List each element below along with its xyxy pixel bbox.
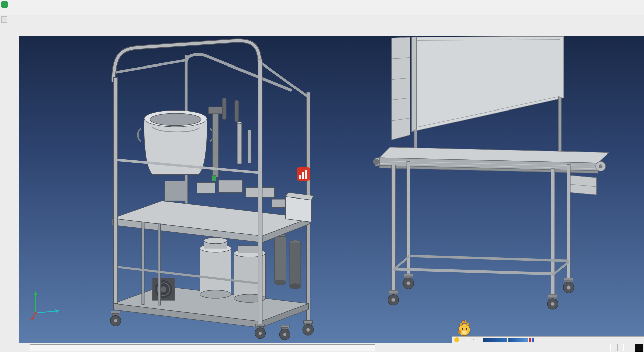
layer-color-bar[interactable] xyxy=(529,338,534,342)
layer-color-bar[interactable] xyxy=(508,338,528,342)
assembly-machine-model[interactable] xyxy=(110,41,314,340)
caster-wheel xyxy=(547,295,558,309)
ribbon-group-graphics xyxy=(9,23,16,36)
active-layer-label[interactable] xyxy=(474,339,480,340)
ribbon-group-image xyxy=(16,23,23,36)
workbench-model[interactable] xyxy=(373,36,609,309)
ribbon-tabbar xyxy=(0,15,644,23)
abs-mode-badge xyxy=(454,337,459,342)
statusbar xyxy=(0,343,644,352)
absolute-view-label[interactable] xyxy=(467,339,474,340)
layer-color-bar[interactable] xyxy=(483,338,507,342)
ribbon-group-view xyxy=(23,23,30,36)
close-button[interactable] xyxy=(629,0,644,9)
color-swatch-black[interactable] xyxy=(635,344,643,352)
scene-canvas xyxy=(19,36,644,343)
layer-color-bars xyxy=(483,338,534,342)
ribbon-toolbar xyxy=(0,23,644,36)
caster-wheel xyxy=(110,311,121,326)
caster-wheel xyxy=(255,324,265,339)
maximize-button[interactable] xyxy=(614,0,629,9)
main-area xyxy=(0,36,644,343)
scale-readout xyxy=(611,344,617,351)
visi-logo-icon xyxy=(1,1,8,8)
minimize-button[interactable] xyxy=(599,0,614,9)
coordinate-readout xyxy=(624,344,634,351)
ribbon-group-workplane xyxy=(30,23,37,36)
caster-wheel xyxy=(563,278,574,293)
watermark-bars-icon xyxy=(297,167,310,181)
caster-wheel xyxy=(303,321,313,335)
caster-wheel xyxy=(403,274,414,289)
ribbon-group-attributes xyxy=(2,23,9,36)
window-controls xyxy=(599,0,644,9)
tabbar-dropdown-icon[interactable] xyxy=(1,16,7,23)
axis-triad xyxy=(25,286,69,323)
layerbar xyxy=(452,336,644,343)
command-field[interactable] xyxy=(30,344,375,351)
viewport-3d[interactable] xyxy=(19,36,644,343)
caster-wheel xyxy=(388,291,399,305)
menubar xyxy=(0,9,644,15)
view-mode-label[interactable] xyxy=(461,339,467,340)
titlebar xyxy=(0,0,644,9)
caster-wheel xyxy=(279,325,290,340)
left-toolbar xyxy=(0,36,19,343)
app-window xyxy=(0,0,644,352)
ribbon-group-system xyxy=(37,23,44,36)
watermark-logo xyxy=(297,167,312,181)
units-readout xyxy=(617,344,624,351)
